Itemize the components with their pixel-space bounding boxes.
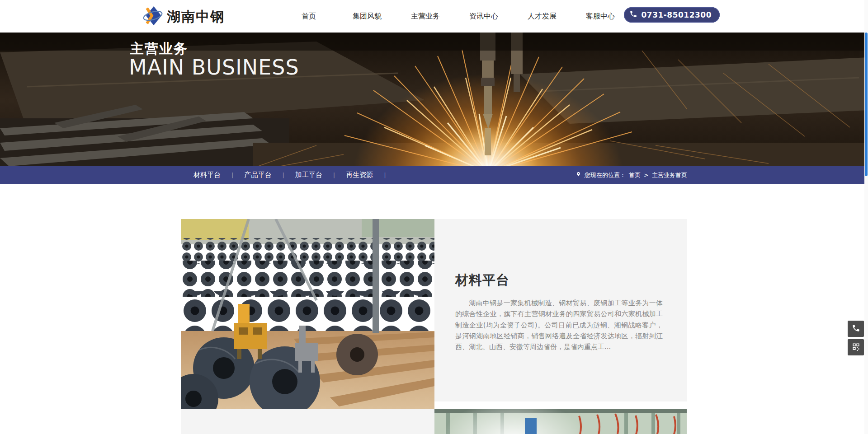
steel-coils-photo <box>181 219 434 409</box>
phone-icon <box>629 10 637 20</box>
floating-phone-button[interactable] <box>848 321 864 337</box>
breadcrumb-arrow: > <box>644 172 649 178</box>
tab-separator: | <box>333 172 335 178</box>
main-content: 材料平台 湖南中钢是一家集机械制造、钢材贸易、废钢加工等业务为一体的综合性企业，… <box>181 219 687 434</box>
company-logo[interactable]: 湖南中钢 <box>143 5 225 28</box>
page: 湖南中钢 首页 集团风貌 主营业务 资讯中心 人才发展 客服中心 0731-85… <box>0 0 868 434</box>
section-next-partial <box>181 409 687 434</box>
main-navigation: 首页 集团风貌 主营业务 资讯中心 人才发展 客服中心 <box>294 0 615 33</box>
company-name: 湖南中钢 <box>167 8 225 26</box>
tab-product-platform[interactable]: 产品平台 <box>244 171 271 179</box>
nav-item-talent[interactable]: 人才发展 <box>527 12 557 21</box>
floating-toolbar <box>848 321 864 355</box>
company-logo-icon <box>143 5 163 28</box>
secondary-navigation-bar: 材料平台 | 产品平台 | 加工平台 | 再生资源 | 您现在的位置： 首页 >… <box>0 166 868 184</box>
hotline-phone-badge[interactable]: 0731-85012300 <box>624 7 720 23</box>
section-text-panel: 材料平台 湖南中钢是一家集机械制造、钢材贸易、废钢加工等业务为一体的综合性企业，… <box>434 219 687 401</box>
nav-item-group-profile[interactable]: 集团风貌 <box>352 12 382 21</box>
tab-processing-platform[interactable]: 加工平台 <box>295 171 322 179</box>
nav-item-news-center[interactable]: 资讯中心 <box>469 12 499 21</box>
location-pin-icon <box>576 171 581 180</box>
hero-title-english: MAIN BUSINESS <box>129 55 299 79</box>
tab-material-platform[interactable]: 材料平台 <box>193 171 221 179</box>
tab-separator: | <box>384 172 386 178</box>
tab-recycled-resources[interactable]: 再生资源 <box>346 171 373 179</box>
tab-separator: | <box>282 172 284 178</box>
hero-banner: 主营业务 MAIN BUSINESS <box>0 33 868 166</box>
hotline-number: 0731-85012300 <box>642 10 712 19</box>
phone-icon <box>852 324 860 334</box>
breadcrumb: 您现在的位置： 首页 > 主营业务首页 <box>576 171 687 180</box>
section-material-platform: 材料平台 湖南中钢是一家集机械制造、钢材贸易、废钢加工等业务为一体的综合性企业，… <box>181 219 687 409</box>
top-navigation-bar: 湖南中钢 首页 集团风貌 主营业务 资讯中心 人才发展 客服中心 0731-85… <box>0 0 868 33</box>
floating-qr-button[interactable] <box>848 339 864 355</box>
factory-workshop-photo <box>434 409 687 434</box>
scrollbar-thumb[interactable] <box>865 33 868 176</box>
nav-item-home[interactable]: 首页 <box>294 12 324 21</box>
breadcrumb-label: 您现在的位置： <box>585 171 626 179</box>
breadcrumb-current[interactable]: 主营业务首页 <box>652 171 687 179</box>
section-title: 材料平台 <box>455 271 663 289</box>
qr-code-icon <box>852 342 860 353</box>
nav-item-service-center[interactable]: 客服中心 <box>585 12 615 21</box>
tab-separator: | <box>231 172 233 178</box>
scrollbar-track <box>864 0 868 434</box>
section-body-text: 湖南中钢是一家集机械制造、钢材贸易、废钢加工等业务为一体的综合性企业，旗下有主营… <box>455 298 663 352</box>
breadcrumb-home-link[interactable]: 首页 <box>629 171 641 179</box>
nav-item-main-business[interactable]: 主营业务 <box>410 12 440 21</box>
section-text-panel <box>181 409 434 434</box>
